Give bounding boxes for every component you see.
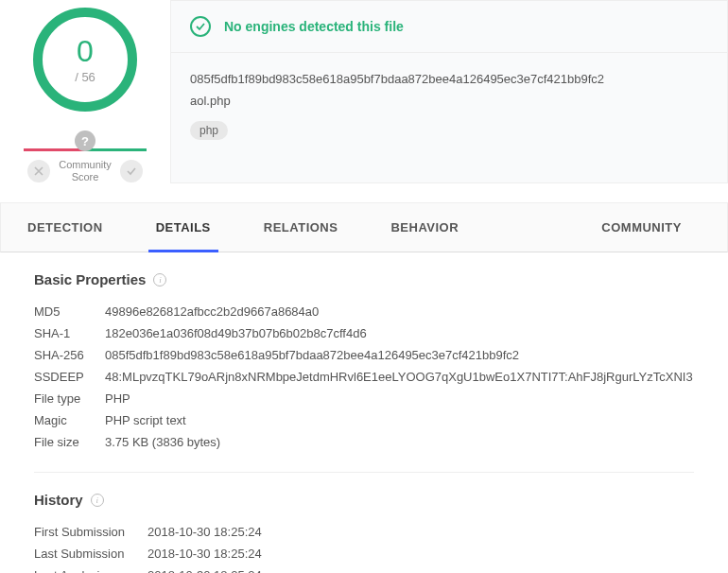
tab-behavior[interactable]: BEHAVIOR (364, 203, 485, 252)
table-row: SSDEEP48:MLpvzqTKL79oARjn8xNRMbpeJetdmHR… (34, 366, 694, 388)
info-icon[interactable]: i (91, 494, 104, 507)
tab-detection[interactable]: DETECTION (1, 203, 130, 252)
basic-properties-section: Basic Properties i MD549896e826812afbcc2… (0, 252, 728, 462)
table-row: File size3.75 KB (3836 bytes) (34, 431, 694, 453)
close-icon[interactable] (27, 160, 50, 182)
file-name: aol.php (190, 94, 708, 108)
table-row: File typePHP (34, 388, 694, 409)
tab-details[interactable]: DETAILS (130, 203, 237, 252)
checkmark-circle-icon (190, 16, 211, 37)
check-icon[interactable] (120, 160, 143, 182)
help-icon[interactable]: ? (75, 130, 95, 151)
community-score-label: Community Score (59, 159, 112, 183)
table-row: Last Analysis2018-10-30 18:25:24 (34, 564, 694, 573)
tab-relations[interactable]: RELATIONS (237, 203, 365, 252)
detection-score-value: 0 (77, 36, 94, 66)
history-table: First Submission2018-10-30 18:25:24 Last… (34, 521, 694, 573)
table-row: SHA-1182e036e1a036f08d49b37b07b6b02b8c7c… (34, 322, 694, 344)
tab-community[interactable]: COMMUNITY (575, 203, 708, 252)
detection-status-text: No engines detected this file (224, 19, 404, 34)
table-row: Last Submission2018-10-30 18:25:24 (34, 543, 694, 564)
info-icon[interactable]: i (153, 273, 166, 286)
file-info-panel: No engines detected this file 085f5dfb1f… (170, 0, 728, 183)
detection-score-circle: 0 / 56 (33, 8, 137, 112)
table-row: MD549896e826812afbcc2b2d9667a8684a0 (34, 301, 694, 322)
file-type-tag[interactable]: php (190, 121, 228, 140)
detection-status-bar: No engines detected this file (171, 1, 727, 53)
basic-properties-table: MD549896e826812afbcc2b2d9667a8684a0 SHA-… (34, 301, 694, 453)
table-row: First Submission2018-10-30 18:25:24 (34, 521, 694, 543)
table-row: MagicPHP script text (34, 409, 694, 431)
community-score-widget: ? Community Score (24, 130, 147, 183)
history-section: History i First Submission2018-10-30 18:… (0, 473, 728, 573)
table-row: SHA-256085f5dfb1f89bd983c58e618a95bf7bda… (34, 344, 694, 366)
tabs-bar: DETECTION DETAILS RELATIONS BEHAVIOR COM… (0, 202, 728, 252)
section-title-basic-properties: Basic Properties i (34, 271, 694, 287)
detection-score-total: / 56 (75, 70, 95, 84)
section-title-history: History i (34, 492, 694, 508)
file-hash: 085f5dfb1f89bd983c58e618a95bf7bdaa872bee… (190, 72, 708, 86)
score-column: 0 / 56 ? Community Score (0, 0, 170, 183)
